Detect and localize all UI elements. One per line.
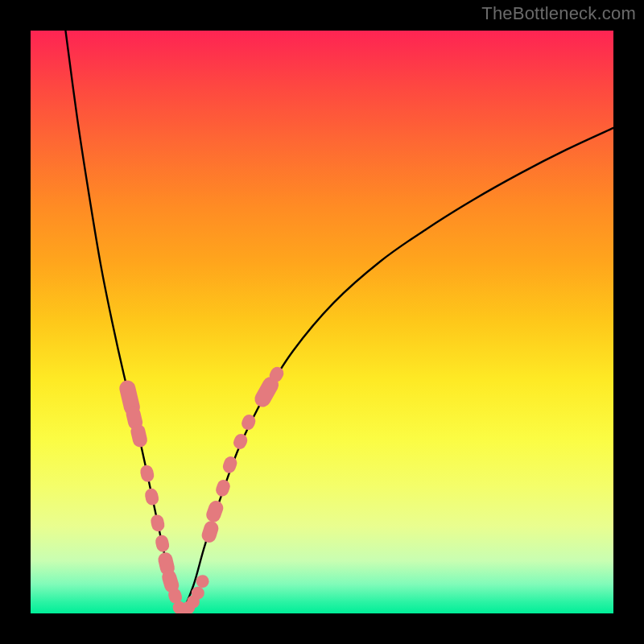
- plot-area: [31, 31, 613, 613]
- data-marker: [214, 478, 232, 498]
- curve-svg: [31, 31, 613, 613]
- data-marker: [221, 455, 239, 475]
- curve-right: [182, 128, 613, 613]
- data-marker: [204, 499, 225, 524]
- data-marker: [196, 575, 209, 588]
- data-marker: [154, 534, 170, 553]
- watermark-text: TheBottleneck.com: [481, 3, 636, 24]
- data-marker: [200, 519, 220, 544]
- curve-left: [65, 31, 182, 613]
- data-marker: [139, 464, 155, 483]
- data-marker: [192, 587, 204, 600]
- chart-container: TheBottleneck.com: [0, 0, 644, 644]
- data-marker: [231, 431, 249, 451]
- data-marker: [144, 487, 160, 506]
- data-markers: [118, 365, 286, 613]
- data-marker: [150, 514, 166, 533]
